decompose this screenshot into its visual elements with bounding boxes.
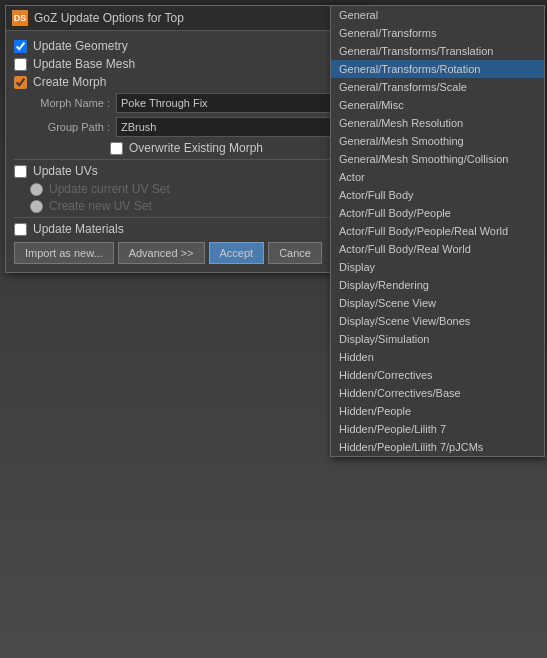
update-base-mesh-row: Update Base Mesh bbox=[14, 57, 356, 71]
dropdown-item[interactable]: Actor/Full Body bbox=[331, 186, 544, 204]
group-path-row: Group Path : bbox=[14, 117, 356, 137]
dropdown-item[interactable]: Actor/Full Body/Real World bbox=[331, 240, 544, 258]
create-new-uv-row: Create new UV Set bbox=[14, 199, 356, 213]
dropdown-item[interactable]: General/Transforms/Translation bbox=[331, 42, 544, 60]
import-as-new-button[interactable]: Import as new... bbox=[14, 242, 114, 264]
group-path-input[interactable] bbox=[116, 117, 356, 137]
update-geometry-checkbox[interactable] bbox=[14, 40, 27, 53]
group-path-label: Group Path : bbox=[30, 121, 110, 133]
dropdown-item[interactable]: Actor bbox=[331, 168, 544, 186]
dropdown-item[interactable]: General/Mesh Smoothing bbox=[331, 132, 544, 150]
dropdown-item[interactable]: Display/Scene View/Bones bbox=[331, 312, 544, 330]
overwrite-row: Overwrite Existing Morph bbox=[14, 141, 356, 155]
dropdown-item[interactable]: Display bbox=[331, 258, 544, 276]
divider-1 bbox=[14, 159, 356, 160]
create-new-uv-radio[interactable] bbox=[30, 200, 43, 213]
update-materials-checkbox[interactable] bbox=[14, 223, 27, 236]
dropdown-item[interactable]: General/Mesh Resolution bbox=[331, 114, 544, 132]
morph-name-label: Morph Name : bbox=[30, 97, 110, 109]
dropdown-item[interactable]: Display/Scene View bbox=[331, 294, 544, 312]
update-geometry-label: Update Geometry bbox=[33, 39, 128, 53]
create-morph-checkbox[interactable] bbox=[14, 76, 27, 89]
cancel-button[interactable]: Cance bbox=[268, 242, 322, 264]
dropdown-item[interactable]: Hidden/Correctives/Base bbox=[331, 384, 544, 402]
update-current-uv-radio[interactable] bbox=[30, 183, 43, 196]
group-path-dropdown-list: GeneralGeneral/TransformsGeneral/Transfo… bbox=[330, 5, 545, 457]
dropdown-item[interactable]: General/Mesh Smoothing/Collision bbox=[331, 150, 544, 168]
update-uvs-row: Update UVs bbox=[14, 164, 356, 178]
dialog-window: DS GoZ Update Options for Top × Update G… bbox=[5, 5, 365, 273]
dropdown-item[interactable]: Display/Simulation bbox=[331, 330, 544, 348]
create-new-uv-label: Create new UV Set bbox=[49, 199, 152, 213]
dialog-title: GoZ Update Options for Top bbox=[34, 11, 342, 25]
dropdown-item[interactable]: Hidden bbox=[331, 348, 544, 366]
group-path-dropdown-wrapper bbox=[116, 117, 356, 137]
update-base-mesh-label: Update Base Mesh bbox=[33, 57, 135, 71]
advanced-button[interactable]: Advanced >> bbox=[118, 242, 205, 264]
dropdown-item[interactable]: Hidden/People bbox=[331, 402, 544, 420]
dropdown-item[interactable]: Hidden/People/Lilith 7 bbox=[331, 420, 544, 438]
morph-name-input[interactable] bbox=[116, 93, 356, 113]
overwrite-existing-morph-checkbox[interactable] bbox=[110, 142, 123, 155]
dropdown-item[interactable]: General/Transforms/Rotation bbox=[331, 60, 544, 78]
update-current-uv-label: Update current UV Set bbox=[49, 182, 170, 196]
dropdown-item[interactable]: General/Misc bbox=[331, 96, 544, 114]
create-morph-row: Create Morph bbox=[14, 75, 356, 89]
dialog-body: Update Geometry Update Base Mesh Create … bbox=[6, 31, 364, 272]
overwrite-existing-morph-label: Overwrite Existing Morph bbox=[129, 141, 263, 155]
dropdown-item[interactable]: Display/Rendering bbox=[331, 276, 544, 294]
update-uvs-label: Update UVs bbox=[33, 164, 98, 178]
dropdown-item[interactable]: Actor/Full Body/People/Real World bbox=[331, 222, 544, 240]
dropdown-item[interactable]: Hidden/Correctives bbox=[331, 366, 544, 384]
update-uvs-checkbox[interactable] bbox=[14, 165, 27, 178]
divider-2 bbox=[14, 217, 356, 218]
update-materials-row: Update Materials bbox=[14, 222, 356, 236]
dialog-titlebar: DS GoZ Update Options for Top × bbox=[6, 6, 364, 31]
dropdown-item[interactable]: General/Transforms bbox=[331, 24, 544, 42]
update-materials-label: Update Materials bbox=[33, 222, 124, 236]
update-current-uv-row: Update current UV Set bbox=[14, 182, 356, 196]
bottom-buttons: Import as new... Advanced >> Accept Canc… bbox=[14, 242, 356, 264]
update-base-mesh-checkbox[interactable] bbox=[14, 58, 27, 71]
dropdown-item[interactable]: Actor/Full Body/People bbox=[331, 204, 544, 222]
dropdown-item[interactable]: General bbox=[331, 6, 544, 24]
update-geometry-row: Update Geometry bbox=[14, 39, 356, 53]
accept-button[interactable]: Accept bbox=[209, 242, 265, 264]
create-morph-label: Create Morph bbox=[33, 75, 106, 89]
dropdown-item[interactable]: Hidden/People/Lilith 7/pJCMs bbox=[331, 438, 544, 456]
app-icon: DS bbox=[12, 10, 28, 26]
dropdown-item[interactable]: General/Transforms/Scale bbox=[331, 78, 544, 96]
morph-name-row: Morph Name : bbox=[14, 93, 356, 113]
